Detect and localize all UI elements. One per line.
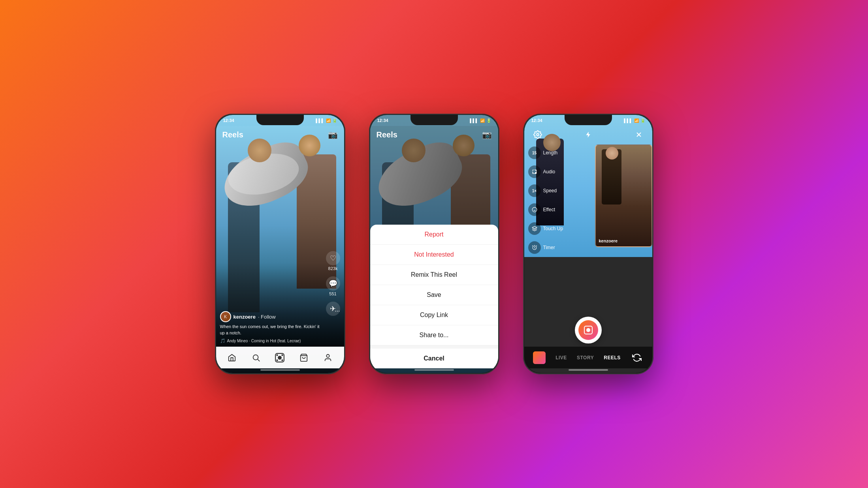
tool-audio[interactable]: Audio: [528, 165, 563, 178]
home-indicator-2: [414, 369, 454, 371]
music-text: Andy Mineo · Coming in Hot (feat. Lecrae…: [227, 339, 301, 343]
nav-profile[interactable]: [322, 352, 333, 363]
follow-label[interactable]: · Follow: [258, 314, 276, 320]
wifi-icon-3: 📶: [634, 118, 639, 123]
home-indicator-3: [569, 369, 608, 371]
time-3: 12:34: [531, 118, 542, 123]
comment-count: 551: [329, 291, 336, 296]
bottom-nav-1: [216, 347, 344, 368]
nav-shop[interactable]: [298, 352, 309, 363]
notch-3: [565, 115, 612, 125]
sheet-item-not-interested[interactable]: Not Interested: [370, 245, 498, 265]
wifi-icon-1: 📶: [326, 118, 331, 123]
tool-touchup[interactable]: Touch Up: [528, 222, 563, 235]
home-indicator-1: [260, 369, 300, 371]
battery-icon-1: 🔋: [332, 118, 337, 123]
status-icons-3: ▌▌▌ 📶 🔋: [624, 118, 645, 123]
nav-story[interactable]: STORY: [577, 355, 594, 360]
tool-speed[interactable]: 1× Speed: [528, 184, 563, 197]
svg-line-1: [258, 359, 260, 361]
user-avatar: K: [220, 311, 231, 322]
svg-point-18: [586, 328, 590, 332]
camera-tools: 15 Length Audio 1× Speed Effect: [528, 146, 563, 254]
touchup-icon: [528, 222, 541, 235]
flip-camera-button[interactable]: [631, 351, 643, 364]
svg-point-10: [537, 133, 539, 136]
camera-icon-1[interactable]: 📷: [328, 130, 338, 139]
nav-reels[interactable]: [274, 352, 285, 363]
svg-point-4: [277, 354, 278, 355]
time-1: 12:34: [223, 118, 234, 123]
gallery-thumb[interactable]: [533, 351, 546, 364]
tool-timer[interactable]: Timer: [528, 241, 563, 254]
sheet-item-cancel[interactable]: Cancel: [370, 349, 498, 368]
settings-icon[interactable]: [531, 128, 545, 142]
speed-icon: 1×: [528, 184, 541, 197]
notch-2: [410, 115, 458, 125]
sheet-item-share[interactable]: Share to...: [370, 325, 498, 345]
phone-2-bottom-sheet: 12:34 ▌▌▌ 📶 🔋 Reels 📷 Report Not Interes…: [369, 114, 499, 374]
svg-point-13: [532, 207, 537, 212]
svg-point-0: [253, 355, 258, 360]
heart-icon: ♡: [326, 251, 340, 265]
svg-point-5: [282, 354, 283, 355]
timer-icon: [528, 241, 541, 254]
length-icon: 15: [528, 146, 541, 159]
camera-icon-2[interactable]: 📷: [482, 130, 492, 139]
time-2: 12:34: [377, 118, 388, 123]
reel-description: When the sun comes out, we bring the fir…: [220, 324, 322, 336]
more-options-button[interactable]: ···: [335, 308, 340, 315]
flash-icon[interactable]: [581, 128, 595, 142]
signal-icon-1: ▌▌▌: [316, 118, 324, 123]
user-row: K kenzoere · Follow: [220, 311, 322, 322]
audio-icon: [528, 165, 541, 178]
svg-point-7: [282, 359, 283, 360]
svg-point-9: [326, 354, 329, 357]
action-sheet: Report Not Interested Remix This Reel Sa…: [370, 225, 498, 368]
nav-live[interactable]: LIVE: [555, 355, 567, 360]
thumb-head: [606, 147, 618, 160]
sheet-item-report[interactable]: Report: [370, 225, 498, 245]
battery-icon-3: 🔋: [640, 118, 645, 123]
tool-effect[interactable]: Effect: [528, 203, 563, 216]
effect-icon: [528, 203, 541, 216]
close-icon[interactable]: [632, 128, 646, 142]
signal-icon-3: ▌▌▌: [624, 118, 632, 123]
status-icons-1: ▌▌▌ 📶 🔋: [316, 118, 337, 123]
sheet-divider: [370, 345, 498, 349]
audio-label: Audio: [543, 169, 555, 175]
reel-info: K kenzoere · Follow When the sun comes o…: [220, 311, 322, 343]
status-icons-2: ▌▌▌ 📶 🔋: [470, 118, 491, 123]
speed-label: Speed: [543, 188, 557, 193]
touchup-label: Touch Up: [543, 226, 563, 231]
signal-icon-2: ▌▌▌: [470, 118, 478, 123]
reels-header-1: Reels 📷: [216, 126, 344, 143]
reels-title-1: Reels: [222, 130, 243, 139]
notch-1: [256, 115, 304, 125]
effect-label: Effect: [543, 207, 555, 212]
capture-area: [524, 317, 652, 343]
sheet-item-remix[interactable]: Remix This Reel: [370, 265, 498, 285]
interaction-buttons: ♡ 823k 💬 551 ✈: [326, 251, 340, 316]
nav-search[interactable]: [250, 352, 262, 363]
sheet-item-save[interactable]: Save: [370, 285, 498, 305]
nav-home[interactable]: [226, 352, 237, 363]
length-label: Length: [543, 150, 558, 156]
wifi-icon-2: 📶: [480, 118, 485, 123]
phone-1-reels-feed: 12:34 ▌▌▌ 📶 🔋 Reels 📷 ♡ 823k 💬 551 ✈: [215, 114, 345, 374]
comment-icon: 💬: [326, 276, 340, 291]
nav-reels-3[interactable]: REELS: [604, 355, 621, 360]
like-button[interactable]: ♡ 823k: [326, 251, 340, 271]
preview-thumbnail: kenzoere: [595, 145, 652, 247]
preview-username: kenzoere: [599, 238, 618, 243]
svg-point-3: [278, 356, 282, 359]
reels-header-2: Reels 📷: [370, 126, 498, 143]
music-note-icon: 🎵: [220, 338, 226, 343]
reels-title-2: Reels: [377, 130, 397, 139]
phone-3-camera: kenzoere 12:34 ▌▌▌ 📶 🔋: [523, 114, 653, 374]
sheet-item-copy-link[interactable]: Copy Link: [370, 305, 498, 325]
username[interactable]: kenzoere: [233, 314, 256, 320]
tool-length[interactable]: 15 Length: [528, 146, 563, 159]
capture-button[interactable]: [575, 317, 602, 343]
comment-button[interactable]: 💬 551: [326, 276, 340, 296]
